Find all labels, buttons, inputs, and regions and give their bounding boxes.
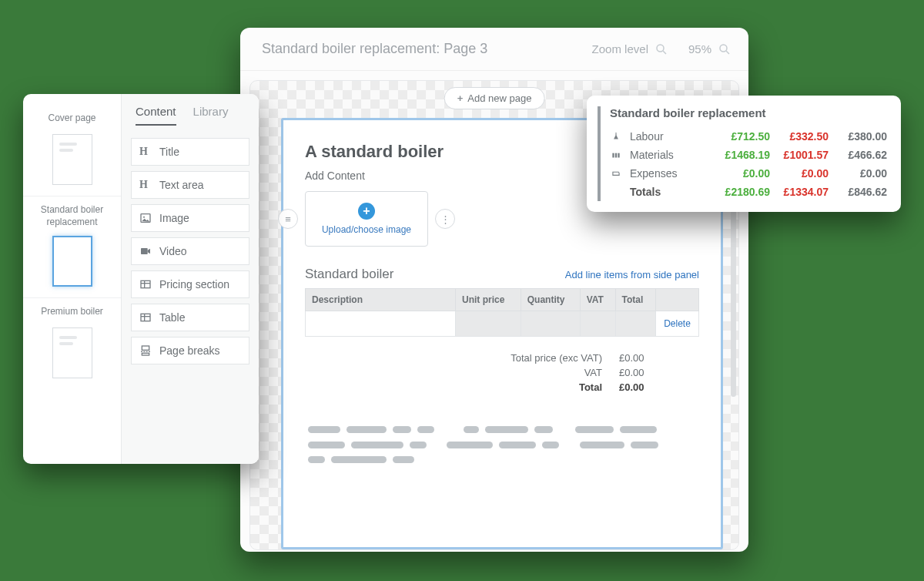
content-item-pagebreaks[interactable]: Page breaks — [131, 337, 249, 364]
content-column: Content Library H Title H Text area Imag… — [122, 94, 259, 464]
svg-point-2 — [720, 45, 727, 52]
page-thumb-standard[interactable]: Standard boiler replacement — [23, 196, 121, 298]
row-col2: £332.50 — [770, 130, 829, 143]
svg-rect-6 — [141, 248, 148, 254]
add-line-items-link[interactable]: Add line items from side panel — [565, 269, 699, 280]
cell-total[interactable] — [615, 311, 655, 337]
summary-title: Standard boiler replacement — [610, 106, 887, 119]
total-excvat-value: £0.00 — [619, 352, 658, 364]
table-row[interactable]: Delete — [306, 311, 699, 337]
expenses-icon — [610, 168, 624, 179]
total-label: Total — [487, 381, 602, 393]
content-item-image[interactable]: Image — [131, 204, 249, 232]
cell-quantity[interactable] — [521, 311, 580, 337]
content-item-pricing[interactable]: Pricing section — [131, 270, 249, 298]
thumbnail-icon — [52, 327, 92, 378]
tab-library[interactable]: Library — [193, 105, 229, 126]
svg-rect-13 — [142, 346, 149, 350]
more-options-icon[interactable]: ⋮ — [435, 209, 455, 229]
tab-content[interactable]: Content — [136, 105, 176, 126]
blank-icon — [610, 186, 624, 197]
row-col1: £712.50 — [711, 130, 770, 143]
total-vat-value: £0.00 — [619, 367, 658, 378]
summary-row-labour: Labour £712.50 £332.50 £380.00 — [610, 127, 887, 146]
row-col1: £1468.19 — [711, 149, 770, 161]
page-break-icon — [139, 344, 152, 357]
total-vat-label: VAT — [487, 367, 602, 378]
content-item-video[interactable]: Video — [131, 237, 249, 265]
zoom-controls: Zoom level 95% — [592, 42, 732, 56]
zoom-out-icon[interactable] — [654, 42, 668, 56]
col-unit-price: Unit price — [456, 289, 521, 311]
zoom-label: Zoom level — [592, 42, 648, 55]
scrollbar[interactable] — [731, 196, 736, 397]
add-page-button[interactable]: + Add new page — [444, 87, 545, 109]
row-label: Materials — [630, 149, 711, 161]
thumb-label: Cover page — [28, 113, 116, 126]
item-label: Page breaks — [159, 344, 220, 357]
thumb-label: Premium boiler — [28, 306, 116, 320]
total-value: £0.00 — [619, 381, 658, 393]
item-label: Video — [159, 245, 187, 257]
svg-point-5 — [143, 217, 145, 218]
item-label: Image — [159, 212, 189, 224]
row-label: Labour — [630, 130, 711, 143]
page-thumb-cover[interactable]: Cover page — [23, 105, 121, 196]
heading-icon: H — [139, 179, 152, 191]
row-col1: £0.00 — [711, 167, 770, 180]
pricing-table: Description Unit price Quantity VAT Tota… — [305, 288, 699, 337]
row-col3: £0.00 — [829, 167, 887, 180]
labour-icon — [610, 131, 624, 142]
item-label: Title — [159, 146, 179, 158]
svg-rect-10 — [141, 314, 150, 321]
summary-row-expenses: Expenses £0.00 £0.00 £0.00 — [610, 164, 887, 183]
col-vat: VAT — [580, 289, 615, 311]
col-quantity: Quantity — [521, 289, 580, 311]
svg-line-3 — [726, 51, 729, 54]
upload-text: Upload/choose image — [322, 224, 411, 235]
svg-line-1 — [663, 51, 666, 54]
placeholder-content — [305, 422, 699, 467]
delete-button[interactable]: Delete — [656, 311, 699, 337]
add-icon: + — [358, 203, 375, 220]
content-item-textarea[interactable]: H Text area — [131, 171, 249, 199]
col-description: Description — [306, 289, 456, 311]
summary-row-materials: Materials £1468.19 £1001.57 £466.62 — [610, 146, 887, 164]
item-label: Pricing section — [159, 278, 229, 290]
cost-summary-panel: Standard boiler replacement Labour £712.… — [587, 96, 901, 212]
content-item-table[interactable]: Table — [131, 304, 249, 331]
summary-row-totals: Totals £2180.69 £1334.07 £846.62 — [610, 183, 887, 201]
cell-description[interactable] — [306, 311, 456, 337]
row-label: Expenses — [630, 167, 711, 180]
upload-image-box[interactable]: ≡ ⋮ + Upload/choose image — [305, 191, 428, 247]
editor-header: Standard boiler replacement: Page 3 Zoom… — [240, 28, 748, 71]
plus-icon: + — [457, 92, 464, 104]
svg-rect-17 — [615, 153, 617, 158]
add-page-label: Add new page — [467, 92, 531, 104]
item-label: Text area — [159, 179, 204, 191]
cell-vat[interactable] — [580, 311, 615, 337]
pricing-totals: Total price (exc VAT)£0.00 VAT£0.00 Tota… — [305, 351, 699, 395]
cell-unit-price[interactable] — [456, 311, 521, 337]
drag-handle-icon[interactable]: ≡ — [278, 209, 298, 229]
row-col2: £0.00 — [770, 167, 829, 180]
page-title: Standard boiler replacement: Page 3 — [262, 41, 592, 57]
thumb-label: Standard boiler replacement — [28, 204, 116, 228]
table-icon — [139, 278, 152, 290]
svg-rect-16 — [612, 153, 614, 158]
image-icon — [139, 212, 152, 224]
svg-rect-15 — [142, 353, 149, 355]
video-icon — [139, 245, 152, 257]
materials-icon — [610, 149, 624, 160]
svg-point-0 — [657, 45, 664, 52]
item-label: Table — [159, 311, 185, 324]
zoom-value: 95% — [688, 42, 711, 55]
heading-icon: H — [139, 146, 152, 158]
page-thumb-premium[interactable]: Premium boiler — [23, 298, 121, 389]
svg-rect-7 — [141, 280, 150, 287]
row-col3: £380.00 — [829, 130, 887, 143]
zoom-in-icon[interactable] — [718, 42, 732, 56]
row-col3: £466.62 — [829, 149, 887, 161]
sidebar-panel: Cover page Standard boiler replacement P… — [23, 94, 259, 464]
content-item-title[interactable]: H Title — [131, 138, 249, 166]
